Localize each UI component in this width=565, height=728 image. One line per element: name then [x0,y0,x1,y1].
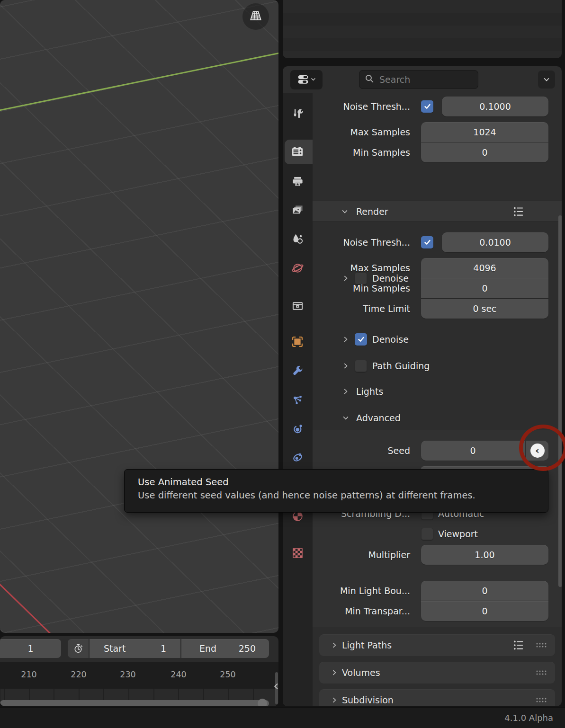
properties-options-button[interactable] [538,71,555,89]
properties-scrollbar[interactable] [558,215,562,587]
panel-drag-grip-icon[interactable] [535,696,548,706]
tab-texture[interactable] [287,542,308,563]
ruler-tick-label: 210 [15,670,43,679]
start-frame-field[interactable]: Start 1 [90,639,180,658]
chevron-down-icon[interactable] [342,414,350,424]
path-guiding-label: Path Guiding [372,356,430,376]
subdivision-panel-header[interactable]: Subdivision [319,689,555,706]
noise-threshold-field[interactable]: 0.0100 [442,232,548,252]
panel-options-list-icon[interactable] [512,205,525,220]
chevron-right-icon[interactable] [342,362,350,372]
render-denoise-row[interactable]: Denoise [313,329,562,349]
tooltip-description: Use different seed values (and hence noi… [138,488,548,503]
tab-collection[interactable] [287,295,308,316]
noise-threshold-label: Noise Thresh... [313,97,410,116]
tooltip-title: Use Animated Seed [138,476,548,488]
viewport-min-samples-row: Min Samples 0 [313,142,562,162]
render-panel-header[interactable]: Render [313,201,562,222]
min-transparent-bounces-field[interactable]: 0 [421,601,548,621]
ruler-tick-label: 250 [214,670,242,679]
denoise-label: Denoise [372,329,409,349]
viewport-max-samples-row: Max Samples 1024 [313,122,562,142]
tab-constraints[interactable] [287,446,308,467]
render-panel-title: Render [356,201,388,222]
max-samples-label: Max Samples [313,258,410,278]
tab-world[interactable] [287,257,308,278]
min-light-bounces-label: Min Light Bou... [313,581,410,601]
tab-tool[interactable] [287,103,308,124]
seed-label: Seed [313,441,410,461]
modifier-wrench-icon [291,365,304,378]
tab-render[interactable] [287,142,308,162]
chevron-right-icon[interactable] [331,696,338,706]
denoise-checkbox[interactable] [355,333,367,346]
region-expand-chevron[interactable] [272,682,280,692]
scrollbar-end-cap[interactable] [258,699,267,706]
tab-view-layer[interactable] [287,200,308,221]
check-icon [423,238,431,246]
auto-keyframe-button[interactable] [68,639,89,658]
viewport-grid-gizmo-button[interactable] [242,3,269,30]
chevron-down-icon[interactable] [341,208,349,217]
render-icon [291,145,304,159]
ruler-tick-label: 220 [64,670,93,679]
noise-threshold-field[interactable]: 0.1000 [442,97,548,116]
panel-drag-grip-icon[interactable] [535,641,548,651]
multiplier-label: Multiplier [313,545,410,565]
viewport-3d[interactable] [0,0,278,633]
noise-threshold-label: Noise Thresh... [313,232,410,252]
panel-drag-grip-icon[interactable] [535,669,548,678]
tab-object[interactable] [287,331,308,352]
current-frame-field[interactable]: 1 [0,639,61,658]
end-frame-field[interactable]: End 250 [181,639,269,658]
min-light-bounces-row: Min Light Bou... 0 [313,581,562,601]
physics-icon [291,423,304,435]
viewport-checkbox[interactable] [421,528,433,540]
search-input[interactable]: Search [359,70,478,89]
chevron-right-icon[interactable] [342,388,350,397]
properties-content: Noise Thresh... 0.1000 Max Samples 1024 … [313,93,562,706]
advanced-row[interactable]: Advanced [313,408,562,428]
max-samples-field[interactable]: 4096 [421,258,548,278]
seed-field[interactable]: 0 [421,441,525,461]
editor-type-button[interactable] [290,70,323,89]
render-time-limit-row: Time Limit 0 sec [313,299,562,319]
max-samples-field[interactable]: 1024 [421,122,548,142]
min-light-bounces-field[interactable]: 0 [421,581,548,601]
time-limit-field[interactable]: 0 sec [421,299,548,319]
tab-physics[interactable] [287,418,308,439]
chevron-right-icon[interactable] [331,641,338,651]
tab-scene[interactable] [287,229,308,249]
render-min-samples-row: Min Samples 0 [313,278,562,298]
tab-output[interactable] [287,171,308,192]
chevron-down-icon [543,76,550,83]
check-icon [357,335,365,343]
render-noise-threshold-row: Noise Thresh... 0.0100 [313,232,562,252]
view-layer-icon [291,204,304,217]
viewport-noise-threshold-row: Noise Thresh... 0.1000 [313,97,562,116]
timeline-horizontal-scrollbar[interactable] [0,700,269,706]
chevron-right-icon[interactable] [331,669,338,678]
output-printer-icon [291,175,304,188]
chevron-right-icon[interactable] [342,336,350,345]
tooltip: Use Animated Seed Use different seed val… [124,469,548,513]
light-paths-panel-header[interactable]: Light Paths [319,634,555,656]
start-value: 1 [161,643,166,654]
noise-threshold-checkbox[interactable] [421,100,433,113]
timeline-ruler[interactable]: 210 220 230 240 250 [0,662,278,689]
volumes-panel-header[interactable]: Volumes [319,662,555,684]
chevron-down-icon [310,75,316,84]
noise-threshold-checkbox[interactable] [421,236,433,249]
max-samples-label: Max Samples [313,122,410,142]
path-guiding-row[interactable]: Path Guiding [313,356,562,376]
path-guiding-checkbox[interactable] [355,360,367,372]
tab-particles[interactable] [287,390,308,410]
min-samples-field[interactable]: 0 [421,278,548,298]
panel-options-list-icon[interactable] [512,639,525,653]
multiplier-field[interactable]: 1.00 [421,545,548,565]
constraint-icon [291,451,304,463]
tab-modifiers[interactable] [287,361,308,382]
lights-row[interactable]: Lights [313,382,562,401]
min-samples-field[interactable]: 0 [421,142,548,162]
outliner-editor[interactable] [283,0,562,58]
